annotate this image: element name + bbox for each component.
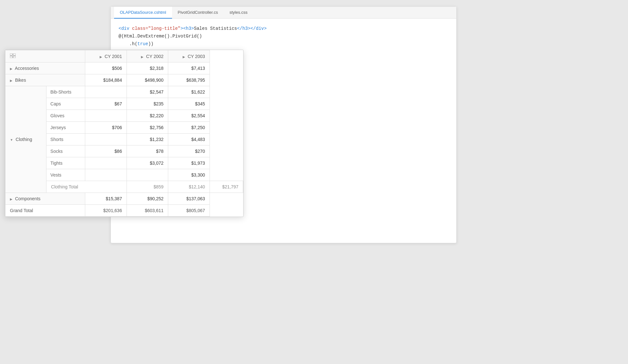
shorts-cy2002: $1,232	[127, 134, 168, 145]
subrow-shorts: Shorts	[46, 134, 85, 145]
expand-icon-bikes: ▶	[10, 79, 12, 82]
expand-icon-accessories: ▶	[10, 67, 12, 70]
shorts-cy2001	[85, 134, 127, 145]
subrow-socks: Socks	[46, 145, 85, 157]
expand-icon-cy2002: ▶	[141, 55, 144, 59]
jerseys-cy2001: $706	[85, 122, 127, 134]
components-cy2001: $15,387	[85, 193, 127, 205]
bibshorts-cy2003: $1,622	[168, 86, 210, 98]
table-row: ▶ Accessories $506 $2,318 $7,413	[5, 62, 243, 74]
components-cy2003: $137,063	[168, 193, 210, 205]
subrow-vests: Vests	[46, 169, 85, 181]
tabs-bar: OLAPDataSource.cshtml PivotGridControlle…	[111, 7, 456, 19]
table-row-grand-total: Grand Total $201,636 $603,611 $805,067	[5, 205, 243, 217]
tab-olap-datasource[interactable]: OLAPDataSource.cshtml	[114, 7, 172, 19]
subrow-tights: Tights	[46, 157, 85, 169]
caps-cy2001: $67	[85, 98, 127, 110]
code-line-2: @(Html.DevExtreme().PivotGrid()	[119, 33, 449, 40]
bikes-cy2003: $638,795	[168, 74, 210, 86]
tights-cy2003: $1,973	[168, 157, 210, 169]
tab-styles[interactable]: styles.css	[224, 7, 253, 19]
tights-cy2001	[85, 157, 127, 169]
gloves-cy2003: $2,554	[168, 110, 210, 122]
socks-cy2003: $270	[168, 145, 210, 157]
accessories-cy2002: $2,318	[127, 62, 168, 74]
clothing-total-label: Clothing Total	[46, 181, 127, 193]
expand-icon-cy2003: ▶	[183, 55, 185, 59]
subrow-jerseys: Jerseys	[46, 122, 85, 134]
pivot-grid-icon	[10, 54, 16, 58]
expand-icon-clothing: ▼	[10, 138, 13, 142]
table-row-clothing: ▼ Clothing Bib-Shorts $2,547 $1,622	[5, 86, 243, 98]
vests-cy2003: $3,300	[168, 169, 210, 181]
row-clothing[interactable]: ▼ Clothing	[5, 86, 46, 193]
vests-cy2001	[85, 169, 127, 181]
jerseys-cy2002: $2,756	[127, 122, 168, 134]
bikes-cy2002: $498,900	[127, 74, 168, 86]
bikes-cy2001: $184,884	[85, 74, 127, 86]
vests-cy2002	[127, 169, 168, 181]
table-row: ▶ Bikes $184,884 $498,900 $638,795	[5, 74, 243, 86]
svg-rect-2	[10, 56, 12, 58]
tights-cy2002: $3,072	[127, 157, 168, 169]
shorts-cy2003: $4,483	[168, 134, 210, 145]
expand-icon-cy2001: ▶	[100, 55, 102, 59]
row-components[interactable]: ▶ Components	[5, 193, 85, 205]
svg-rect-1	[13, 54, 16, 55]
col-cy2002[interactable]: ▶ CY 2002	[127, 50, 168, 62]
accessories-cy2003: $7,413	[168, 62, 210, 74]
svg-rect-3	[13, 56, 16, 58]
clothing-total-cy2003: $21,797	[210, 181, 243, 193]
socks-cy2002: $78	[127, 145, 168, 157]
grand-total-cy2002: $603,611	[127, 205, 168, 217]
components-cy2002: $90,252	[127, 193, 168, 205]
grand-total-cy2001: $201,636	[85, 205, 127, 217]
bibshorts-cy2001	[85, 86, 127, 98]
jerseys-cy2003: $7,250	[168, 122, 210, 134]
grand-total-cy2003: $805,067	[168, 205, 210, 217]
gloves-cy2002: $2,220	[127, 110, 168, 122]
code-line-3: .h(true))	[119, 40, 449, 48]
pivot-table: ▶ CY 2001 ▶ CY 2002 ▶ CY 2003 ▶ Accessor…	[5, 50, 243, 217]
svg-rect-0	[10, 54, 12, 55]
caps-cy2003: $345	[168, 98, 210, 110]
subrow-caps: Caps	[46, 98, 85, 110]
gloves-cy2001	[85, 110, 127, 122]
clothing-total-cy2002: $12,140	[168, 181, 210, 193]
accessories-cy2001: $506	[85, 62, 127, 74]
col-cy2001[interactable]: ▶ CY 2001	[85, 50, 127, 62]
grand-total-label: Grand Total	[5, 205, 85, 217]
tab-pivotgrid-controller[interactable]: PivotGridController.cs	[172, 7, 224, 19]
col-cy2003[interactable]: ▶ CY 2003	[168, 50, 210, 62]
caps-cy2002: $235	[127, 98, 168, 110]
subrow-gloves: Gloves	[46, 110, 85, 122]
clothing-total-cy2001: $859	[127, 181, 168, 193]
socks-cy2001: $86	[85, 145, 127, 157]
row-bikes[interactable]: ▶ Bikes	[5, 74, 85, 86]
code-line-1: <div class="long-title"><h3>Sales Statis…	[119, 25, 449, 33]
pivot-header-icon-cell	[5, 50, 85, 62]
table-row: ▶ Components $15,387 $90,252 $137,063	[5, 193, 243, 205]
row-accessories[interactable]: ▶ Accessories	[5, 62, 85, 74]
subrow-bib-shorts: Bib-Shorts	[46, 86, 85, 98]
bibshorts-cy2002: $2,547	[127, 86, 168, 98]
pivot-grid-panel: ▶ CY 2001 ▶ CY 2002 ▶ CY 2003 ▶ Accessor…	[5, 50, 244, 217]
expand-icon-components: ▶	[10, 197, 12, 201]
